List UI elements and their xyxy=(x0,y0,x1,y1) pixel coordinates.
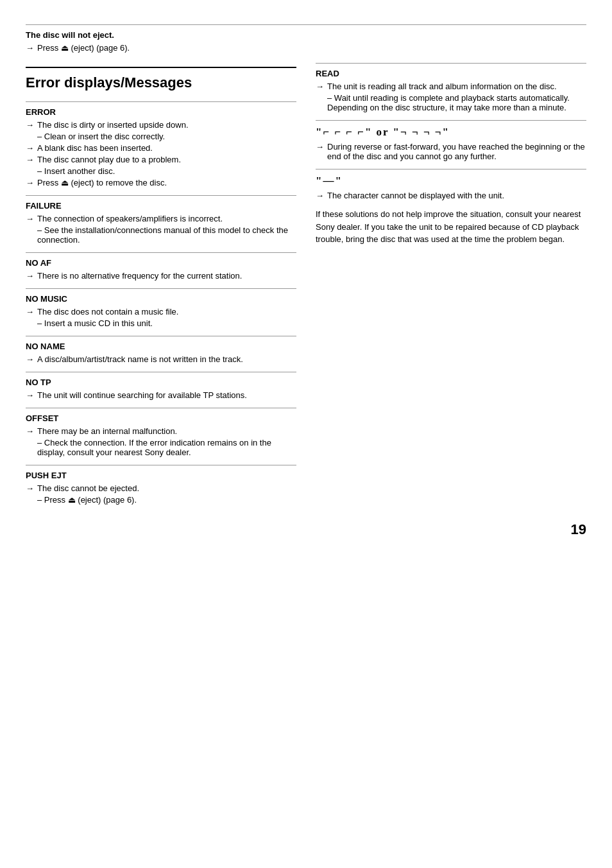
top-item-text: Press ⏏ (eject) (page 6). xyxy=(37,43,586,53)
failure-sub-1: See the installation/connections manual … xyxy=(37,225,296,245)
display-code-1-item-1: → During reverse or fast-forward, you ha… xyxy=(316,142,586,161)
section-heading-push-ejt: PUSH EJT xyxy=(26,471,296,480)
arrow-icon: → xyxy=(26,43,34,53)
error-item-4: → Press ⏏ (eject) to remove the disc. xyxy=(26,178,296,187)
no-af-block: → There is no alternative frequency for … xyxy=(26,271,296,281)
no-af-item-1: → There is no alternative frequency for … xyxy=(26,271,296,281)
top-heading: The disc will not eject. xyxy=(26,30,586,40)
offset-block: → There may be an internal malfunction. … xyxy=(26,426,296,457)
display-code-2-item-1: → The character cannot be displayed with… xyxy=(316,191,586,200)
section-heading-no-name: NO NAME xyxy=(26,342,296,351)
no-name-block: → A disc/album/artist/track name is not … xyxy=(26,354,296,364)
read-sub-1: Wait until reading is complete and playb… xyxy=(327,93,586,112)
section-heading-error: ERROR xyxy=(26,107,296,117)
error-block: → The disc is dirty or inserted upside d… xyxy=(26,120,296,187)
error-item-1: → The disc is dirty or inserted upside d… xyxy=(26,120,296,130)
read-block: → The unit is reading all track and albu… xyxy=(316,82,586,112)
no-tp-item-1: → The unit will continue searching for a… xyxy=(26,390,296,400)
push-ejt-block: → The disc cannot be ejected. Press ⏏ (e… xyxy=(26,483,296,505)
no-music-item-1: → The disc does not contain a music file… xyxy=(26,307,296,317)
failure-block: → The connection of speakers/amplifiers … xyxy=(26,214,296,245)
section-heading-failure: FAILURE xyxy=(26,201,296,211)
section-heading-offset: OFFSET xyxy=(26,413,296,423)
read-item-1: → The unit is reading all track and albu… xyxy=(316,82,586,91)
no-music-sub-1: Insert a music CD in this unit. xyxy=(37,318,296,328)
section-heading-no-tp: NO TP xyxy=(26,378,296,387)
section-heading-no-af: NO AF xyxy=(26,258,296,268)
display-code-1-block: → During reverse or fast-forward, you ha… xyxy=(316,142,586,161)
error-sub-3: Insert another disc. xyxy=(37,166,296,176)
section-heading-read: READ xyxy=(316,69,586,78)
right-column: READ → The unit is reading all track and… xyxy=(316,58,586,512)
display-code-1: "⌐ ⌐ ⌐ ⌐" or "¬ ¬ ¬ ¬" xyxy=(316,126,586,139)
failure-item-1: → The connection of speakers/amplifiers … xyxy=(26,214,296,223)
left-column: Error displays/Messages ERROR → The disc… xyxy=(26,58,296,512)
help-paragraph: If these solutions do not help improve t… xyxy=(316,208,586,246)
display-code-2-block: → The character cannot be displayed with… xyxy=(316,191,586,200)
display-code-2: "—" xyxy=(316,175,586,187)
no-tp-block: → The unit will continue searching for a… xyxy=(26,390,296,400)
push-ejt-item-1: → The disc cannot be ejected. xyxy=(26,483,296,493)
error-item-2: → A blank disc has been inserted. xyxy=(26,143,296,153)
no-name-item-1: → A disc/album/artist/track name is not … xyxy=(26,354,296,364)
error-sub-1: Clean or insert the disc correctly. xyxy=(37,132,296,141)
section-heading-no-music: NO MUSIC xyxy=(26,294,296,304)
push-ejt-sub-1: Press ⏏ (eject) (page 6). xyxy=(37,495,296,505)
chapter-title: Error displays/Messages xyxy=(26,67,296,91)
error-item-3: → The disc cannot play due to a problem. xyxy=(26,155,296,164)
page-number: 19 xyxy=(571,521,586,538)
offset-item-1: → There may be an internal malfunction. xyxy=(26,426,296,436)
offset-sub-1: Check the connection. If the error indic… xyxy=(37,438,296,457)
no-music-block: → The disc does not contain a music file… xyxy=(26,307,296,328)
